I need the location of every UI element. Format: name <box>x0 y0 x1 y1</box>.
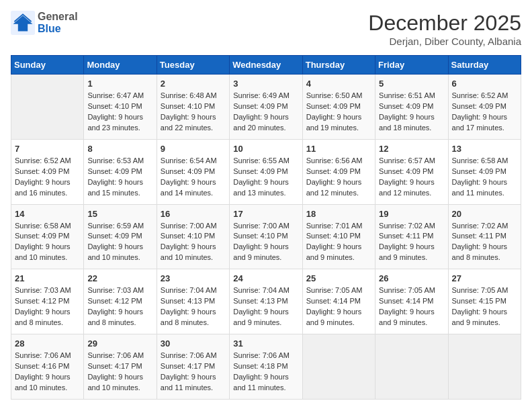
logo-general: General <box>38 11 78 23</box>
calendar-cell: 18Sunrise: 7:01 AMSunset: 4:10 PMDayligh… <box>302 204 375 269</box>
calendar-cell: 25Sunrise: 7:05 AMSunset: 4:14 PMDayligh… <box>302 269 375 334</box>
calendar-cell: 1Sunrise: 6:47 AMSunset: 4:10 PMDaylight… <box>84 75 157 140</box>
header-friday: Friday <box>375 56 448 75</box>
day-number: 31 <box>233 338 298 349</box>
cell-content: Sunrise: 6:52 AMSunset: 4:09 PMDaylight:… <box>15 156 80 199</box>
day-number: 21 <box>15 273 80 283</box>
logo-blue: Blue <box>38 23 78 35</box>
header-wednesday: Wednesday <box>230 56 302 75</box>
day-number: 5 <box>379 79 444 89</box>
cell-content: Sunrise: 6:57 AMSunset: 4:09 PMDaylight:… <box>379 156 444 199</box>
day-number: 13 <box>452 144 517 154</box>
calendar-cell: 4Sunrise: 6:50 AMSunset: 4:09 PMDaylight… <box>302 75 375 140</box>
calendar-week-2: 7Sunrise: 6:52 AMSunset: 4:09 PMDaylight… <box>11 139 521 204</box>
cell-content: Sunrise: 7:05 AMSunset: 4:15 PMDaylight:… <box>452 285 517 328</box>
day-number: 2 <box>161 79 226 89</box>
calendar-cell: 15Sunrise: 6:59 AMSunset: 4:09 PMDayligh… <box>84 204 157 269</box>
cell-content: Sunrise: 6:55 AMSunset: 4:09 PMDaylight:… <box>233 156 298 199</box>
calendar-cell: 17Sunrise: 7:00 AMSunset: 4:10 PMDayligh… <box>230 204 302 269</box>
calendar-cell: 22Sunrise: 7:03 AMSunset: 4:12 PMDayligh… <box>84 269 157 334</box>
title-block: December 2025 Derjan, Diber County, Alba… <box>368 11 521 47</box>
header-monday: Monday <box>84 56 157 75</box>
calendar-cell: 14Sunrise: 6:58 AMSunset: 4:09 PMDayligh… <box>11 204 84 269</box>
cell-content: Sunrise: 6:58 AMSunset: 4:09 PMDaylight:… <box>452 156 517 199</box>
header-saturday: Saturday <box>448 56 521 75</box>
header-thursday: Thursday <box>302 56 375 75</box>
calendar-cell: 2Sunrise: 6:48 AMSunset: 4:10 PMDaylight… <box>157 75 229 140</box>
calendar-week-4: 21Sunrise: 7:03 AMSunset: 4:12 PMDayligh… <box>11 269 521 334</box>
calendar-cell: 31Sunrise: 7:06 AMSunset: 4:18 PMDayligh… <box>230 334 302 400</box>
calendar-cell: 11Sunrise: 6:56 AMSunset: 4:09 PMDayligh… <box>302 139 375 204</box>
day-number: 22 <box>87 273 152 283</box>
day-number: 15 <box>87 209 152 219</box>
day-number: 10 <box>233 144 298 154</box>
cell-content: Sunrise: 6:56 AMSunset: 4:09 PMDaylight:… <box>306 156 371 199</box>
day-number: 19 <box>379 209 444 219</box>
calendar-cell: 9Sunrise: 6:54 AMSunset: 4:09 PMDaylight… <box>157 139 229 204</box>
header-sunday: Sunday <box>11 56 84 75</box>
calendar-cell: 12Sunrise: 6:57 AMSunset: 4:09 PMDayligh… <box>375 139 448 204</box>
cell-content: Sunrise: 7:05 AMSunset: 4:14 PMDaylight:… <box>379 285 444 328</box>
day-number: 9 <box>161 144 226 154</box>
cell-content: Sunrise: 7:00 AMSunset: 4:10 PMDaylight:… <box>161 221 226 264</box>
calendar-cell: 10Sunrise: 6:55 AMSunset: 4:09 PMDayligh… <box>230 139 302 204</box>
day-number: 23 <box>161 273 226 283</box>
day-number: 7 <box>15 144 80 154</box>
calendar-cell: 30Sunrise: 7:06 AMSunset: 4:17 PMDayligh… <box>157 334 229 400</box>
cell-content: Sunrise: 7:02 AMSunset: 4:11 PMDaylight:… <box>452 221 517 264</box>
day-number: 24 <box>233 273 298 283</box>
cell-content: Sunrise: 7:00 AMSunset: 4:10 PMDaylight:… <box>233 221 298 264</box>
cell-content: Sunrise: 7:03 AMSunset: 4:12 PMDaylight:… <box>87 285 152 328</box>
cell-content: Sunrise: 6:54 AMSunset: 4:09 PMDaylight:… <box>161 156 226 199</box>
cell-content: Sunrise: 6:53 AMSunset: 4:09 PMDaylight:… <box>87 156 152 199</box>
calendar-cell <box>375 334 448 400</box>
day-number: 27 <box>452 273 517 283</box>
cell-content: Sunrise: 6:48 AMSunset: 4:10 PMDaylight:… <box>161 91 226 134</box>
header-tuesday: Tuesday <box>157 56 229 75</box>
calendar-header: Sunday Monday Tuesday Wednesday Thursday… <box>11 56 521 75</box>
calendar-cell: 3Sunrise: 6:49 AMSunset: 4:09 PMDaylight… <box>230 75 302 140</box>
cell-content: Sunrise: 7:02 AMSunset: 4:11 PMDaylight:… <box>379 221 444 264</box>
calendar-week-1: 1Sunrise: 6:47 AMSunset: 4:10 PMDaylight… <box>11 75 521 140</box>
day-number: 3 <box>233 79 298 89</box>
cell-content: Sunrise: 6:50 AMSunset: 4:09 PMDaylight:… <box>306 91 371 134</box>
calendar-cell: 8Sunrise: 6:53 AMSunset: 4:09 PMDaylight… <box>84 139 157 204</box>
day-number: 17 <box>233 209 298 219</box>
day-number: 8 <box>87 144 152 154</box>
cell-content: Sunrise: 6:49 AMSunset: 4:09 PMDaylight:… <box>233 91 298 134</box>
day-number: 16 <box>161 209 226 219</box>
calendar-week-3: 14Sunrise: 6:58 AMSunset: 4:09 PMDayligh… <box>11 204 521 269</box>
cell-content: Sunrise: 7:04 AMSunset: 4:13 PMDaylight:… <box>161 285 226 328</box>
calendar-cell: 13Sunrise: 6:58 AMSunset: 4:09 PMDayligh… <box>448 139 521 204</box>
cell-content: Sunrise: 7:06 AMSunset: 4:17 PMDaylight:… <box>161 351 226 394</box>
day-number: 14 <box>15 209 80 219</box>
calendar-cell: 29Sunrise: 7:06 AMSunset: 4:17 PMDayligh… <box>84 334 157 400</box>
day-number: 18 <box>306 209 371 219</box>
calendar-cell: 16Sunrise: 7:00 AMSunset: 4:10 PMDayligh… <box>157 204 229 269</box>
logo: General Blue <box>11 11 78 35</box>
cell-content: Sunrise: 7:01 AMSunset: 4:10 PMDaylight:… <box>306 221 371 264</box>
day-number: 6 <box>452 79 517 89</box>
day-number: 4 <box>306 79 371 89</box>
calendar-cell: 20Sunrise: 7:02 AMSunset: 4:11 PMDayligh… <box>448 204 521 269</box>
calendar-week-5: 28Sunrise: 7:06 AMSunset: 4:16 PMDayligh… <box>11 334 521 400</box>
calendar-cell <box>302 334 375 400</box>
cell-content: Sunrise: 7:06 AMSunset: 4:18 PMDaylight:… <box>233 351 298 394</box>
calendar-cell: 5Sunrise: 6:51 AMSunset: 4:09 PMDaylight… <box>375 75 448 140</box>
day-number: 26 <box>379 273 444 283</box>
cell-content: Sunrise: 6:47 AMSunset: 4:10 PMDaylight:… <box>87 91 152 134</box>
cell-content: Sunrise: 6:59 AMSunset: 4:09 PMDaylight:… <box>87 221 152 264</box>
day-number: 12 <box>379 144 444 154</box>
logo-icon <box>11 11 35 35</box>
page-header: General Blue December 2025 Derjan, Diber… <box>11 11 521 47</box>
day-number: 29 <box>87 338 152 349</box>
calendar-cell: 24Sunrise: 7:04 AMSunset: 4:13 PMDayligh… <box>230 269 302 334</box>
calendar-cell <box>448 334 521 400</box>
calendar-cell: 7Sunrise: 6:52 AMSunset: 4:09 PMDaylight… <box>11 139 84 204</box>
cell-content: Sunrise: 7:03 AMSunset: 4:12 PMDaylight:… <box>15 285 80 328</box>
day-number: 30 <box>161 338 226 349</box>
cell-content: Sunrise: 7:06 AMSunset: 4:16 PMDaylight:… <box>15 351 80 394</box>
calendar-cell: 23Sunrise: 7:04 AMSunset: 4:13 PMDayligh… <box>157 269 229 334</box>
logo-text: General Blue <box>38 11 78 35</box>
cell-content: Sunrise: 7:04 AMSunset: 4:13 PMDaylight:… <box>233 285 298 328</box>
